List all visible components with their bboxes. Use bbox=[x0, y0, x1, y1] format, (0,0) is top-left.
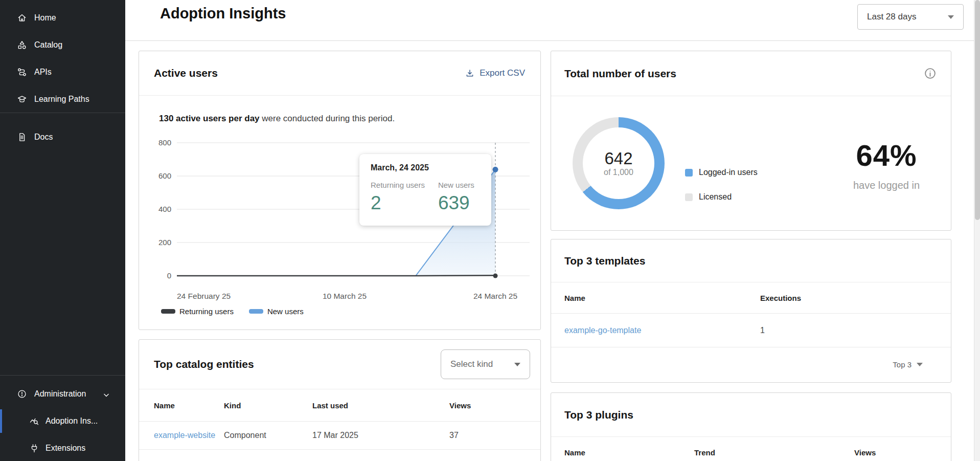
adoption-insights-page: Home Catalog APIs Learning Paths Docs bbox=[0, 0, 980, 461]
sidebar-item-learning-paths[interactable]: Learning Paths bbox=[0, 87, 125, 111]
logged-in-percent-caption: have logged in bbox=[833, 180, 940, 191]
top-n-select[interactable]: Top 3 bbox=[893, 360, 923, 369]
logged-in-percent-block: 64% have logged in bbox=[833, 138, 940, 191]
column-header-kind: Kind bbox=[224, 401, 241, 410]
sidebar: Home Catalog APIs Learning Paths Docs bbox=[0, 0, 125, 461]
selected-indicator bbox=[0, 409, 2, 433]
tooltip-date: March, 24 2025 bbox=[371, 163, 480, 172]
sidebar-item-apis[interactable]: APIs bbox=[0, 60, 125, 84]
tooltip-returning-label: Returning users bbox=[371, 181, 425, 189]
chevron-down-icon bbox=[948, 15, 954, 19]
card-title-active-users: Active users bbox=[154, 67, 218, 79]
select-kind-dropdown[interactable]: Select kind bbox=[441, 349, 530, 379]
svg-text:0: 0 bbox=[167, 271, 171, 280]
entity-views: 37 bbox=[449, 431, 459, 440]
export-csv-button[interactable]: Export CSV bbox=[465, 68, 525, 78]
entity-kind: Component bbox=[224, 431, 266, 440]
legend-swatch-licensed bbox=[685, 193, 693, 201]
card-title-top-catalog-entities: Top catalog entities bbox=[154, 358, 254, 370]
learning-paths-icon bbox=[17, 94, 27, 104]
catalog-icon bbox=[17, 40, 27, 50]
template-link[interactable]: example-go-template bbox=[564, 326, 641, 335]
sidebar-item-catalog[interactable]: Catalog bbox=[0, 33, 125, 57]
chart-legend: Returning users New users bbox=[161, 307, 304, 316]
date-range-select[interactable]: Last 28 days bbox=[857, 4, 964, 30]
legend-item-returning-users: Returning users bbox=[161, 307, 234, 316]
active-users-card: Active users Export CSV 130 active users… bbox=[139, 51, 541, 330]
column-header-name: Name bbox=[154, 401, 175, 410]
sidebar-item-administration[interactable]: Administration bbox=[0, 382, 125, 406]
card-title-total-users: Total number of users bbox=[564, 68, 676, 80]
total-users-card: Total number of users 642 of 1,000 Logge… bbox=[551, 51, 951, 231]
column-header-name: Name bbox=[564, 448, 585, 457]
svg-text:400: 400 bbox=[158, 205, 171, 213]
column-header-last-used: Last used bbox=[312, 401, 348, 410]
svg-text:24 March 25: 24 March 25 bbox=[473, 292, 517, 300]
legend-swatch-returning bbox=[161, 309, 175, 314]
column-header-views: Views bbox=[449, 401, 471, 410]
tooltip-returning-value: 2 bbox=[371, 192, 425, 214]
tooltip-new-value: 639 bbox=[438, 192, 474, 214]
column-header-executions: Executions bbox=[760, 294, 801, 302]
svg-text:200: 200 bbox=[158, 238, 171, 247]
page-title: Adoption Insights bbox=[160, 5, 286, 22]
table-row: example-go-template 1 bbox=[551, 314, 951, 347]
info-icon[interactable] bbox=[924, 67, 937, 80]
sidebar-divider bbox=[0, 113, 125, 113]
entity-last-used: 17 Mar 2025 bbox=[312, 431, 358, 440]
chevron-down-icon bbox=[917, 363, 923, 366]
header-divider bbox=[125, 40, 974, 41]
download-icon bbox=[465, 69, 474, 78]
templates-table-header: Name Executions bbox=[551, 282, 951, 314]
vertical-scrollbar bbox=[974, 0, 980, 461]
extensions-icon bbox=[29, 443, 39, 453]
catalog-table-header: Name Kind Last used Views bbox=[139, 389, 540, 422]
donut-total: of 1,000 bbox=[604, 168, 633, 177]
date-range-value: Last 28 days bbox=[867, 12, 916, 22]
sidebar-item-adoption-insights[interactable]: Adoption Ins... bbox=[0, 409, 125, 433]
column-header-views: Views bbox=[854, 448, 876, 457]
tooltip-new-label: New users bbox=[438, 181, 474, 189]
sidebar-item-docs[interactable]: Docs bbox=[0, 125, 125, 149]
sidebar-item-extensions[interactable]: Extensions bbox=[0, 436, 125, 460]
top-catalog-entities-card: Top catalog entities Select kind Name Ki… bbox=[139, 339, 541, 461]
adoption-insights-icon bbox=[29, 416, 39, 426]
column-header-name: Name bbox=[564, 294, 585, 302]
donut-legend: Logged-in users Licensed bbox=[685, 168, 758, 217]
table-row: example-website Component 17 Mar 2025 37 bbox=[139, 422, 540, 450]
svg-text:24 February 25: 24 February 25 bbox=[177, 292, 231, 300]
top-plugins-card: Top 3 plugins Name Trend Views bbox=[551, 392, 951, 461]
api-icon bbox=[17, 67, 27, 77]
donut-center-label: 642 of 1,000 bbox=[573, 117, 665, 209]
svg-text:800: 800 bbox=[158, 138, 171, 147]
scrollbar-thumb[interactable] bbox=[975, 0, 980, 220]
template-executions: 1 bbox=[760, 326, 765, 335]
legend-swatch-new bbox=[249, 309, 263, 314]
svg-text:600: 600 bbox=[158, 171, 171, 180]
active-users-subtitle: 130 active users per day were conducted … bbox=[159, 114, 395, 124]
card-title-top-plugins: Top 3 plugins bbox=[564, 409, 633, 421]
column-header-trend: Trend bbox=[694, 448, 715, 457]
logged-in-percent: 64% bbox=[833, 138, 940, 172]
administration-icon bbox=[17, 389, 27, 399]
plugins-table-header: Name Trend Views bbox=[551, 437, 951, 461]
docs-icon bbox=[17, 132, 27, 142]
legend-swatch-logged-in bbox=[685, 169, 693, 177]
chart-tooltip: March, 24 2025 Returning users 2 New use… bbox=[359, 154, 491, 226]
sidebar-item-home[interactable]: Home bbox=[0, 6, 125, 30]
svg-text:10 March 25: 10 March 25 bbox=[323, 292, 367, 300]
donut-value: 642 bbox=[604, 149, 632, 168]
chevron-down-icon bbox=[514, 363, 520, 366]
templates-table-footer: Top 3 bbox=[551, 346, 951, 382]
legend-item-new-users: New users bbox=[249, 307, 304, 316]
chevron-down-icon bbox=[101, 390, 109, 398]
top-templates-card: Top 3 templates Name Executions example-… bbox=[551, 239, 951, 383]
card-title-top-templates: Top 3 templates bbox=[564, 255, 645, 267]
entity-link[interactable]: example-website bbox=[154, 431, 215, 440]
home-icon bbox=[17, 13, 27, 23]
sidebar-divider-bottom bbox=[0, 375, 125, 376]
legend-item-licensed: Licensed bbox=[685, 192, 758, 202]
legend-item-logged-in: Logged-in users bbox=[685, 168, 758, 177]
